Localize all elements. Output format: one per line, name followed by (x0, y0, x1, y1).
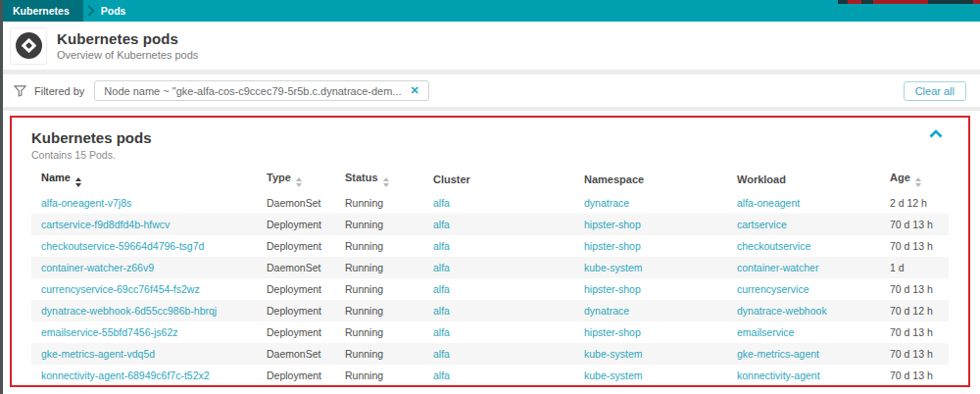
workload-link[interactable]: alfa-oneagent (727, 197, 880, 209)
filter-bar: Filtered by Node name ~ "gke-alfa-cos-c9… (0, 74, 980, 107)
filter-funnel-icon (14, 84, 26, 97)
page-title: Kubernetes pods (57, 30, 198, 47)
close-icon[interactable]: ✕ (411, 84, 419, 97)
workload-link[interactable]: dynatrace-webhook (727, 305, 880, 317)
pod-status: Running (335, 348, 423, 360)
panel-title: Kubernetes pods (31, 129, 949, 146)
workload-link[interactable]: cartservice (727, 219, 880, 230)
pod-age: 70 d 12 h (880, 305, 949, 317)
table-row: dynatrace-webhook-6d55cc986b-hbrqj Deplo… (31, 300, 949, 321)
table-row: container-watcher-z66v9 DaemonSet Runnin… (31, 257, 949, 278)
clear-all-button[interactable]: Clear all (904, 81, 966, 101)
namespace-link[interactable]: hipster-shop (574, 326, 727, 338)
column-header-type[interactable]: Type (257, 172, 335, 187)
sort-icon (915, 177, 921, 187)
pod-name-link[interactable]: emailservice-55bfd7456-js62z (31, 326, 257, 338)
pod-status: Running (335, 369, 423, 381)
pod-age: 70 d 13 h (880, 326, 949, 338)
column-header-workload: Workload (727, 173, 880, 185)
breadcrumb-item-pods[interactable]: Pods (101, 0, 126, 22)
namespace-link[interactable]: kube-system (574, 262, 727, 273)
workload-link[interactable]: container-watcher (727, 262, 880, 273)
table-row: cartservice-f9d8dfd4b-hfwcv Deployment R… (31, 214, 949, 235)
pod-status: Running (335, 262, 423, 273)
namespace-link[interactable]: hipster-shop (574, 219, 727, 230)
workload-link[interactable]: konnectivity-agent (727, 369, 880, 381)
table-header-row: Name Type Status Cluster Namespace Workl… (31, 167, 949, 192)
pod-status: Running (335, 240, 423, 252)
screenshot-top-artifact (838, 0, 980, 4)
pod-name-link[interactable]: currencyservice-69cc76f454-fs2wz (31, 283, 257, 295)
workload-link[interactable]: emailservice (727, 326, 880, 338)
column-header-status[interactable]: Status (335, 172, 423, 187)
pod-name-link[interactable]: container-watcher-z66v9 (31, 262, 257, 273)
pod-status: Running (335, 283, 423, 295)
pod-status: Running (335, 197, 423, 209)
pod-name-link[interactable]: dynatrace-webhook-6d55cc986b-hbrqj (31, 305, 257, 317)
pod-age: 2 d 12 h (880, 197, 949, 209)
workload-link[interactable]: checkoutservice (727, 240, 880, 252)
namespace-link[interactable]: hipster-shop (574, 240, 727, 252)
pod-type: Deployment (257, 326, 335, 338)
cluster-link[interactable]: alfa (423, 197, 574, 209)
pod-age: 70 d 13 h (880, 283, 949, 295)
cluster-link[interactable]: alfa (423, 219, 574, 230)
pod-name-link[interactable]: checkoutservice-59664d4796-tsg7d (31, 240, 257, 252)
column-header-namespace: Namespace (574, 173, 727, 185)
sort-icon (296, 177, 302, 187)
filtered-by-label: Filtered by (34, 85, 84, 97)
namespace-link[interactable]: kube-system (574, 369, 727, 381)
cluster-link[interactable]: alfa (423, 326, 574, 338)
table-body: alfa-oneagent-v7j8s DaemonSet Running al… (31, 192, 949, 387)
annotation-red-box: Kubernetes pods Contains 15 Pods. Name T… (10, 116, 970, 387)
table-row: gke-metrics-agent-vdq5d DaemonSet Runnin… (31, 343, 949, 365)
namespace-link[interactable]: hipster-shop (574, 283, 727, 295)
cluster-link[interactable]: alfa (423, 348, 574, 360)
table-row: currencyservice-69cc76f454-fs2wz Deploym… (31, 278, 949, 300)
table-row: konnectivity-agent-autoscaler-5d9dbcc6d8… (31, 386, 949, 387)
table-row: emailservice-55bfd7456-js62z Deployment … (31, 321, 949, 343)
pod-type: DaemonSet (257, 197, 335, 209)
pod-type: Deployment (257, 283, 335, 295)
namespace-link[interactable]: dynatrace (574, 305, 727, 317)
sort-icon (383, 177, 389, 187)
column-header-cluster: Cluster (423, 173, 574, 185)
pod-age: 70 d 13 h (880, 240, 949, 252)
chevron-up-icon[interactable] (929, 129, 943, 138)
page-subtitle: Overview of Kubernetes pods (57, 49, 198, 61)
sort-icon (75, 177, 81, 187)
cluster-link[interactable]: alfa (423, 305, 574, 317)
panel-subtitle: Contains 15 Pods. (31, 149, 949, 161)
pod-type: Deployment (257, 369, 335, 381)
pod-type: Deployment (257, 240, 335, 252)
pod-type: Deployment (257, 305, 335, 317)
namespace-link[interactable]: dynatrace (574, 197, 727, 209)
workload-link[interactable]: gke-metrics-agent (727, 348, 880, 360)
pod-name-link[interactable]: cartservice-f9d8dfd4b-hfwcv (31, 219, 257, 230)
table-row: checkoutservice-59664d4796-tsg7d Deploym… (31, 235, 949, 257)
filter-chip-text: Node name ~ "gke-alfa-cos-c9ccec79-5r5b.… (104, 85, 401, 97)
workload-link[interactable]: currencyservice (727, 283, 880, 295)
page-header: Kubernetes pods Overview of Kubernetes p… (0, 22, 980, 70)
cluster-link[interactable]: alfa (423, 262, 574, 273)
table-row: alfa-oneagent-v7j8s DaemonSet Running al… (31, 192, 949, 214)
pod-name-link[interactable]: konnectivity-agent-68949c6f7c-t52x2 (31, 369, 257, 381)
cluster-link[interactable]: alfa (423, 240, 574, 252)
pod-name-link[interactable]: alfa-oneagent-v7j8s (31, 197, 257, 209)
namespace-link[interactable]: kube-system (574, 348, 727, 360)
cluster-link[interactable]: alfa (423, 369, 574, 381)
cluster-link[interactable]: alfa (423, 283, 574, 295)
pod-name-link[interactable]: gke-metrics-agent-vdq5d (31, 348, 257, 360)
breadcrumb-item-kubernetes[interactable]: Kubernetes (3, 0, 83, 22)
pod-status: Running (335, 219, 423, 230)
pod-type: DaemonSet (257, 348, 335, 360)
pod-age: 70 d 13 h (880, 369, 949, 381)
column-header-name[interactable]: Name (31, 172, 257, 187)
pod-age: 1 d (880, 262, 949, 273)
chevron-right-icon (83, 5, 94, 16)
pod-type: Deployment (257, 219, 335, 230)
filter-chip-node-name[interactable]: Node name ~ "gke-alfa-cos-c9ccec79-5r5b.… (94, 80, 428, 101)
column-header-age[interactable]: Age (880, 172, 949, 187)
table-row: konnectivity-agent-68949c6f7c-t52x2 Depl… (31, 365, 949, 386)
pod-age: 70 d 13 h (880, 219, 949, 230)
